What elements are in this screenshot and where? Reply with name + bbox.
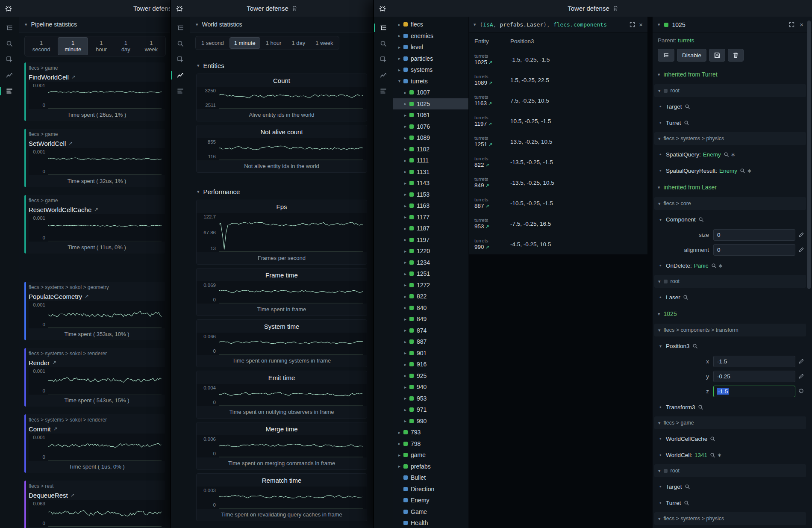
open-link-icon[interactable]: ↗ [485, 223, 489, 230]
magnifier-icon[interactable] [740, 168, 745, 174]
chevron-right-icon[interactable]: ▸ [403, 317, 408, 322]
chevron-right-icon[interactable]: ▸ [403, 294, 408, 299]
chevron-down-icon[interactable]: ▾ [659, 344, 666, 348]
chevron-down-icon[interactable]: ▾ [658, 22, 660, 27]
tree-item-887[interactable]: ▸887 [393, 336, 468, 348]
inspector-group-header[interactable]: ▾flecs > components > transform [654, 324, 806, 336]
tree-item-flecs[interactable]: ▸flecs [393, 19, 468, 30]
tree-item-990[interactable]: ▸990 [393, 416, 468, 427]
sidebar-statistics-button[interactable] [374, 86, 393, 96]
tree-item-1220[interactable]: ▸1220 [393, 245, 468, 257]
open-link-icon[interactable]: ↗ [485, 182, 489, 189]
component-Component[interactable]: ▾Component [653, 211, 812, 227]
chevron-right-icon[interactable]: ▸ [403, 260, 408, 265]
chevron-right-icon[interactable]: ▸ [403, 181, 408, 186]
sidebar-statistics-button[interactable] [0, 86, 19, 96]
open-link-icon[interactable]: ↗ [94, 206, 98, 212]
pencil-icon[interactable] [795, 359, 806, 364]
open-link-icon[interactable]: ↗ [488, 100, 492, 107]
fullscreen-icon[interactable] [630, 22, 635, 27]
open-link-icon[interactable]: ↗ [68, 140, 73, 146]
magnifier-icon[interactable] [710, 452, 715, 458]
parent-link[interactable]: turrets [678, 37, 694, 44]
field-input-alignment[interactable]: 0 [713, 244, 795, 256]
magnifier-icon[interactable] [711, 263, 717, 268]
sidebar-chart-button[interactable] [0, 70, 19, 80]
trash-icon[interactable] [292, 6, 297, 12]
tree-item-Bullet[interactable]: Bullet [393, 472, 468, 484]
tree-item-Game[interactable]: Game [393, 506, 468, 518]
field-input-y[interactable]: -0.25 [713, 371, 795, 382]
section-header-entities[interactable]: ▾Entities [190, 56, 373, 74]
time-button-1-week[interactable]: 1 week [311, 37, 338, 49]
chevron-right-icon[interactable]: ▸ [403, 249, 408, 254]
pencil-icon[interactable] [795, 232, 806, 238]
chevron-right-icon[interactable]: ▸ [397, 56, 402, 61]
field-input-x[interactable]: -1.5 [713, 356, 795, 367]
sidebar-search-button[interactable] [374, 38, 393, 49]
component-Transform3[interactable]: •Transform3 [653, 399, 812, 415]
open-link-icon[interactable]: ↗ [485, 162, 489, 168]
open-link-icon[interactable]: ↗ [85, 293, 89, 299]
tree-item-1076[interactable]: ▸1076 [393, 121, 468, 133]
tree-item-Direction[interactable]: Direction [393, 484, 468, 495]
time-button-1-second[interactable]: 1 second [26, 37, 57, 55]
section-header-performance[interactable]: ▾Performance [190, 176, 373, 200]
chevron-right-icon[interactable]: ▸ [397, 68, 402, 72]
open-link-icon[interactable]: ↗ [488, 121, 492, 127]
query-expression[interactable]: (IsA, prefabs.Laser), flecs.components [480, 21, 626, 28]
inspector-group-header[interactable]: ▾flecs > core [654, 197, 806, 210]
magnifier-icon[interactable] [685, 104, 690, 109]
tree-item-Health[interactable]: Health [393, 517, 468, 528]
tree-item-prefabs[interactable]: ▸prefabs [393, 461, 468, 472]
open-link-icon[interactable]: ↗ [488, 80, 492, 86]
tree-item-1061[interactable]: ▸1061 [393, 109, 468, 121]
inspector-group-header[interactable]: ▾root [654, 464, 806, 477]
magnifier-icon[interactable] [684, 500, 689, 506]
chevron-right-icon[interactable]: ▸ [403, 385, 408, 389]
time-button-1-day[interactable]: 1 day [115, 37, 137, 55]
tree-item-1177[interactable]: ▸1177 [393, 212, 468, 223]
open-link-icon[interactable]: ↗ [488, 141, 492, 148]
tree-item-1272[interactable]: ▸1272 [393, 280, 468, 291]
chevron-right-icon[interactable]: ▸ [403, 339, 408, 344]
chevron-right-icon[interactable]: ▸ [397, 22, 402, 27]
tree-item-798[interactable]: ▸798 [393, 438, 468, 450]
scrollbar-thumb[interactable] [807, 21, 811, 289]
chevron-right-icon[interactable]: ▸ [403, 136, 408, 140]
tree-item-1197[interactable]: ▸1197 [393, 234, 468, 246]
tree-item-901[interactable]: ▸901 [393, 348, 468, 359]
tree-item-1089[interactable]: ▸1089 [393, 132, 468, 144]
tree-item-systems[interactable]: ▸systems [393, 64, 468, 76]
flecs-logo-icon[interactable] [4, 4, 13, 13]
open-link-icon[interactable]: ↗ [71, 492, 75, 498]
flecs-logo-icon[interactable] [378, 4, 387, 13]
chevron-right-icon[interactable]: ▸ [403, 271, 408, 276]
disable-button[interactable]: Disable [677, 49, 706, 62]
tree-item-1187[interactable]: ▸1187 [393, 223, 468, 234]
open-link-icon[interactable]: ↗ [485, 244, 489, 251]
magnifier-icon[interactable] [698, 217, 704, 222]
component-value[interactable]: Panic [694, 263, 709, 269]
tree-item-1251[interactable]: ▸1251 [393, 268, 468, 280]
component-SpatialQuery[interactable]: •SpatialQuery:Enemy∗ [653, 146, 812, 162]
chevron-right-icon[interactable]: ▸ [397, 441, 402, 446]
tree-item-849[interactable]: ▸849 [393, 313, 468, 325]
trash-icon[interactable] [613, 6, 618, 12]
chevron-right-icon[interactable]: ▸ [403, 90, 408, 95]
chevron-right-icon[interactable]: ▸ [403, 101, 408, 106]
pencil-icon[interactable] [795, 247, 806, 253]
sidebar-entity-tree-button[interactable] [0, 23, 19, 33]
chevron-right-icon[interactable]: ▸ [403, 305, 408, 310]
panel-header[interactable]: ▾ Pipeline statistics [19, 17, 170, 32]
chevron-right-icon[interactable]: ▸ [397, 45, 402, 50]
time-button-1-day[interactable]: 1 day [287, 37, 310, 49]
sidebar-search-button[interactable] [0, 38, 19, 49]
chevron-right-icon[interactable]: ▸ [403, 328, 408, 333]
sidebar-chart-button[interactable] [171, 70, 190, 80]
magnifier-icon[interactable] [683, 295, 688, 300]
component-value[interactable]: Enemy [719, 168, 737, 174]
sidebar-element-picker-button[interactable] [171, 54, 190, 65]
query-result-row[interactable]: turrets887↗-10.5, -0.25, -1.5 [469, 193, 647, 213]
query-result-row[interactable]: turrets1025↗-1.5, -0.25, -1.5 [469, 49, 647, 70]
